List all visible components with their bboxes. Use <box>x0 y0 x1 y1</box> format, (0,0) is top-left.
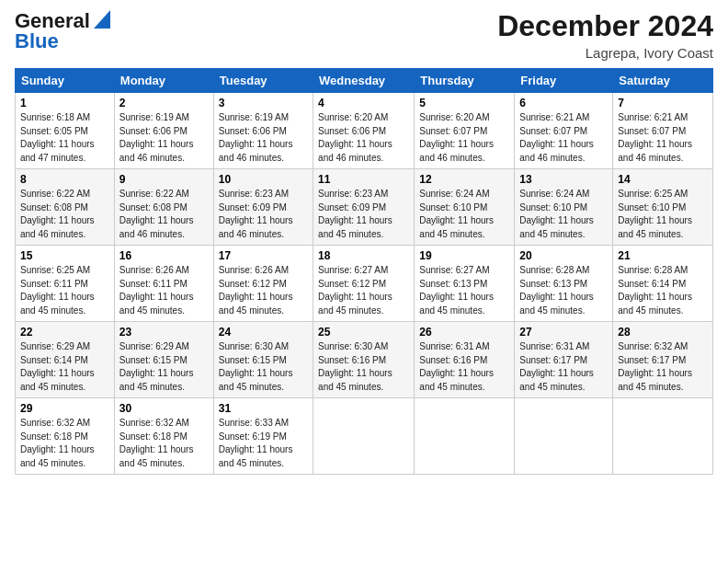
calendar-cell <box>415 398 515 475</box>
calendar-cell: 1Sunrise: 6:18 AM Sunset: 6:05 PM Daylig… <box>16 93 115 169</box>
calendar-cell <box>515 398 613 475</box>
day-info: Sunrise: 6:27 AM Sunset: 6:12 PM Dayligh… <box>318 265 392 316</box>
day-number: 6 <box>519 97 608 109</box>
calendar-header-row: SundayMondayTuesdayWednesdayThursdayFrid… <box>16 69 713 93</box>
calendar-cell: 11Sunrise: 6:23 AM Sunset: 6:09 PM Dayli… <box>313 169 415 246</box>
day-info: Sunrise: 6:29 AM Sunset: 6:15 PM Dayligh… <box>119 341 194 392</box>
day-info: Sunrise: 6:20 AM Sunset: 6:06 PM Dayligh… <box>318 112 392 163</box>
day-info: Sunrise: 6:31 AM Sunset: 6:17 PM Dayligh… <box>519 341 594 392</box>
day-number: 7 <box>618 97 708 109</box>
day-number: 13 <box>519 173 608 186</box>
day-number: 11 <box>318 173 409 186</box>
col-header-wednesday: Wednesday <box>313 69 415 93</box>
day-info: Sunrise: 6:25 AM Sunset: 6:10 PM Dayligh… <box>618 189 692 239</box>
calendar-cell: 31Sunrise: 6:33 AM Sunset: 6:19 PM Dayli… <box>213 398 313 475</box>
day-info: Sunrise: 6:24 AM Sunset: 6:10 PM Dayligh… <box>519 189 594 239</box>
day-number: 22 <box>20 326 109 339</box>
calendar-cell: 30Sunrise: 6:32 AM Sunset: 6:18 PM Dayli… <box>114 398 213 475</box>
day-info: Sunrise: 6:28 AM Sunset: 6:14 PM Dayligh… <box>618 265 692 316</box>
day-info: Sunrise: 6:32 AM Sunset: 6:18 PM Dayligh… <box>119 418 194 468</box>
calendar-cell: 2Sunrise: 6:19 AM Sunset: 6:06 PM Daylig… <box>114 93 213 169</box>
day-number: 19 <box>419 249 509 262</box>
calendar-cell: 7Sunrise: 6:21 AM Sunset: 6:07 PM Daylig… <box>613 93 713 169</box>
day-number: 27 <box>519 326 608 339</box>
day-info: Sunrise: 6:30 AM Sunset: 6:16 PM Dayligh… <box>318 341 392 392</box>
calendar-cell: 10Sunrise: 6:23 AM Sunset: 6:09 PM Dayli… <box>213 169 313 246</box>
day-number: 5 <box>419 97 509 109</box>
calendar-cell: 23Sunrise: 6:29 AM Sunset: 6:15 PM Dayli… <box>114 322 213 398</box>
calendar-week-4: 22Sunrise: 6:29 AM Sunset: 6:14 PM Dayli… <box>16 322 713 398</box>
day-info: Sunrise: 6:21 AM Sunset: 6:07 PM Dayligh… <box>519 112 594 163</box>
calendar-cell: 5Sunrise: 6:20 AM Sunset: 6:07 PM Daylig… <box>415 93 515 169</box>
calendar-week-2: 8Sunrise: 6:22 AM Sunset: 6:08 PM Daylig… <box>16 169 713 246</box>
calendar-cell: 17Sunrise: 6:26 AM Sunset: 6:12 PM Dayli… <box>213 246 313 322</box>
day-info: Sunrise: 6:33 AM Sunset: 6:19 PM Dayligh… <box>219 418 293 468</box>
calendar-cell: 13Sunrise: 6:24 AM Sunset: 6:10 PM Dayli… <box>515 169 613 246</box>
day-number: 30 <box>119 402 209 415</box>
calendar-cell: 29Sunrise: 6:32 AM Sunset: 6:18 PM Dayli… <box>16 398 115 475</box>
col-header-monday: Monday <box>114 69 213 93</box>
calendar-table: SundayMondayTuesdayWednesdayThursdayFrid… <box>15 68 713 475</box>
day-info: Sunrise: 6:26 AM Sunset: 6:11 PM Dayligh… <box>119 265 194 316</box>
logo-blue: Blue <box>15 29 59 53</box>
day-info: Sunrise: 6:31 AM Sunset: 6:16 PM Dayligh… <box>419 341 494 392</box>
col-header-sunday: Sunday <box>16 69 115 93</box>
day-info: Sunrise: 6:23 AM Sunset: 6:09 PM Dayligh… <box>318 189 392 239</box>
calendar-cell: 15Sunrise: 6:25 AM Sunset: 6:11 PM Dayli… <box>16 246 115 322</box>
calendar-cell: 28Sunrise: 6:32 AM Sunset: 6:17 PM Dayli… <box>613 322 713 398</box>
calendar-cell: 4Sunrise: 6:20 AM Sunset: 6:06 PM Daylig… <box>313 93 415 169</box>
day-number: 9 <box>119 173 209 186</box>
calendar-cell: 24Sunrise: 6:30 AM Sunset: 6:15 PM Dayli… <box>213 322 313 398</box>
day-number: 17 <box>219 249 308 262</box>
day-info: Sunrise: 6:19 AM Sunset: 6:06 PM Dayligh… <box>119 112 194 163</box>
logo-triangle-icon <box>94 10 110 32</box>
day-info: Sunrise: 6:23 AM Sunset: 6:09 PM Dayligh… <box>219 189 293 239</box>
day-number: 3 <box>219 97 308 109</box>
day-number: 20 <box>519 249 608 262</box>
location: Lagrepa, Ivory Coast <box>497 45 713 61</box>
calendar-cell: 20Sunrise: 6:28 AM Sunset: 6:13 PM Dayli… <box>515 246 613 322</box>
calendar-cell: 26Sunrise: 6:31 AM Sunset: 6:16 PM Dayli… <box>415 322 515 398</box>
day-info: Sunrise: 6:22 AM Sunset: 6:08 PM Dayligh… <box>119 189 194 239</box>
calendar-cell: 25Sunrise: 6:30 AM Sunset: 6:16 PM Dayli… <box>313 322 415 398</box>
day-number: 10 <box>219 173 308 186</box>
day-number: 4 <box>318 97 409 109</box>
day-info: Sunrise: 6:30 AM Sunset: 6:15 PM Dayligh… <box>219 341 293 392</box>
day-number: 28 <box>618 326 708 339</box>
calendar-cell: 12Sunrise: 6:24 AM Sunset: 6:10 PM Dayli… <box>415 169 515 246</box>
day-info: Sunrise: 6:24 AM Sunset: 6:10 PM Dayligh… <box>419 189 494 239</box>
day-number: 21 <box>618 249 708 262</box>
calendar-cell <box>613 398 713 475</box>
calendar-week-5: 29Sunrise: 6:32 AM Sunset: 6:18 PM Dayli… <box>16 398 713 475</box>
day-info: Sunrise: 6:22 AM Sunset: 6:08 PM Dayligh… <box>20 189 95 239</box>
col-header-saturday: Saturday <box>613 69 713 93</box>
day-number: 8 <box>20 173 109 186</box>
calendar-cell: 19Sunrise: 6:27 AM Sunset: 6:13 PM Dayli… <box>415 246 515 322</box>
calendar-cell: 9Sunrise: 6:22 AM Sunset: 6:08 PM Daylig… <box>114 169 213 246</box>
month-year: December 2024 <box>497 9 713 43</box>
day-number: 26 <box>419 326 509 339</box>
day-number: 31 <box>219 402 308 415</box>
header: General Blue December 2024 Lagrepa, Ivor… <box>15 9 713 61</box>
calendar-cell: 16Sunrise: 6:26 AM Sunset: 6:11 PM Dayli… <box>114 246 213 322</box>
calendar-cell: 22Sunrise: 6:29 AM Sunset: 6:14 PM Dayli… <box>16 322 115 398</box>
day-info: Sunrise: 6:28 AM Sunset: 6:13 PM Dayligh… <box>519 265 594 316</box>
calendar-cell <box>313 398 415 475</box>
calendar-cell: 27Sunrise: 6:31 AM Sunset: 6:17 PM Dayli… <box>515 322 613 398</box>
logo: General Blue <box>15 9 110 53</box>
day-number: 29 <box>20 402 109 415</box>
day-number: 16 <box>119 249 209 262</box>
day-number: 23 <box>119 326 209 339</box>
day-number: 2 <box>119 97 209 109</box>
calendar-cell: 3Sunrise: 6:19 AM Sunset: 6:06 PM Daylig… <box>213 93 313 169</box>
day-info: Sunrise: 6:21 AM Sunset: 6:07 PM Dayligh… <box>618 112 692 163</box>
day-number: 15 <box>20 249 109 262</box>
calendar-cell: 14Sunrise: 6:25 AM Sunset: 6:10 PM Dayli… <box>613 169 713 246</box>
col-header-thursday: Thursday <box>415 69 515 93</box>
calendar-cell: 21Sunrise: 6:28 AM Sunset: 6:14 PM Dayli… <box>613 246 713 322</box>
svg-marker-0 <box>94 10 110 29</box>
day-number: 25 <box>318 326 409 339</box>
day-number: 18 <box>318 249 409 262</box>
day-info: Sunrise: 6:19 AM Sunset: 6:06 PM Dayligh… <box>219 112 293 163</box>
day-number: 14 <box>618 173 708 186</box>
